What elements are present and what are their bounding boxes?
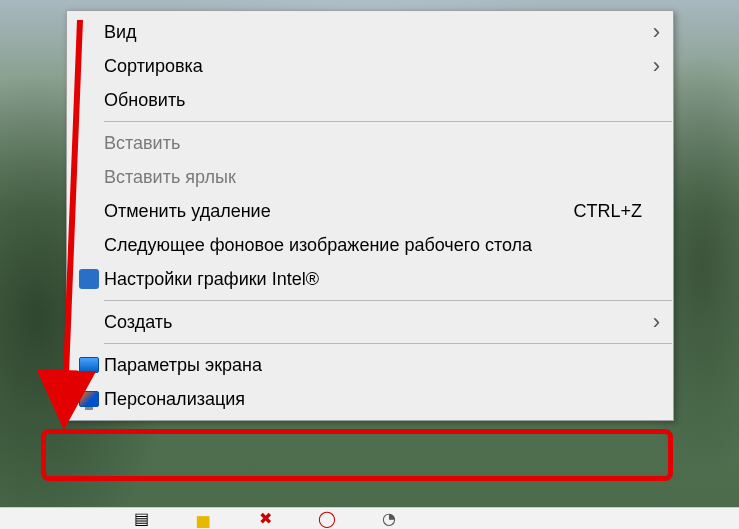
intel-icon-slot (74, 269, 104, 289)
menu-item-1[interactable]: Сортировка› (68, 49, 672, 83)
menu-item-label: Настройки графики Intel® (104, 269, 642, 290)
monitor-icon-slot (74, 357, 104, 373)
personalize-icon-slot (74, 391, 104, 407)
menu-item-4: Вставить (68, 126, 672, 160)
menu-item-label: Сортировка (104, 56, 642, 77)
desktop-context-menu: Вид›Сортировка›ОбновитьВставитьВставить … (66, 10, 674, 421)
chevron-right-icon: › (642, 21, 660, 43)
menu-item-6[interactable]: Отменить удалениеCTRL+Z (68, 194, 672, 228)
intel-icon (79, 269, 99, 289)
menu-item-label: Обновить (104, 90, 642, 111)
menu-item-5: Вставить ярлык (68, 160, 672, 194)
menu-item-label: Следующее фоновое изображение рабочего с… (104, 235, 642, 256)
taskbar-icon-app2[interactable]: ◯ (316, 510, 338, 528)
taskbar[interactable]: ▤ ▅ ✖ ◯ ◔ (0, 507, 739, 529)
menu-item-label: Параметры экрана (104, 355, 642, 376)
taskbar-icon-explorer[interactable]: ▅ (192, 510, 214, 528)
taskbar-icon-taskview[interactable]: ▤ (130, 510, 152, 528)
monitor-icon (79, 357, 99, 373)
menu-item-0[interactable]: Вид› (68, 15, 672, 49)
chevron-right-icon: › (642, 311, 660, 333)
menu-item-13[interactable]: Персонализация (68, 382, 672, 416)
menu-item-label: Вставить (104, 133, 642, 154)
personalize-icon (79, 391, 99, 407)
menu-separator (104, 343, 672, 344)
menu-separator (104, 121, 672, 122)
menu-item-shortcut: CTRL+Z (573, 201, 642, 222)
taskbar-icon-app1[interactable]: ✖ (254, 510, 276, 528)
menu-item-label: Отменить удаление (104, 201, 553, 222)
menu-item-10[interactable]: Создать› (68, 305, 672, 339)
taskbar-icon-app3[interactable]: ◔ (378, 510, 400, 528)
chevron-right-icon: › (642, 55, 660, 77)
menu-item-label: Персонализация (104, 389, 642, 410)
menu-item-label: Вставить ярлык (104, 167, 642, 188)
menu-separator (104, 300, 672, 301)
menu-item-2[interactable]: Обновить (68, 83, 672, 117)
menu-item-7[interactable]: Следующее фоновое изображение рабочего с… (68, 228, 672, 262)
menu-item-label: Вид (104, 22, 642, 43)
menu-item-8[interactable]: Настройки графики Intel® (68, 262, 672, 296)
menu-item-12[interactable]: Параметры экрана (68, 348, 672, 382)
menu-item-label: Создать (104, 312, 642, 333)
